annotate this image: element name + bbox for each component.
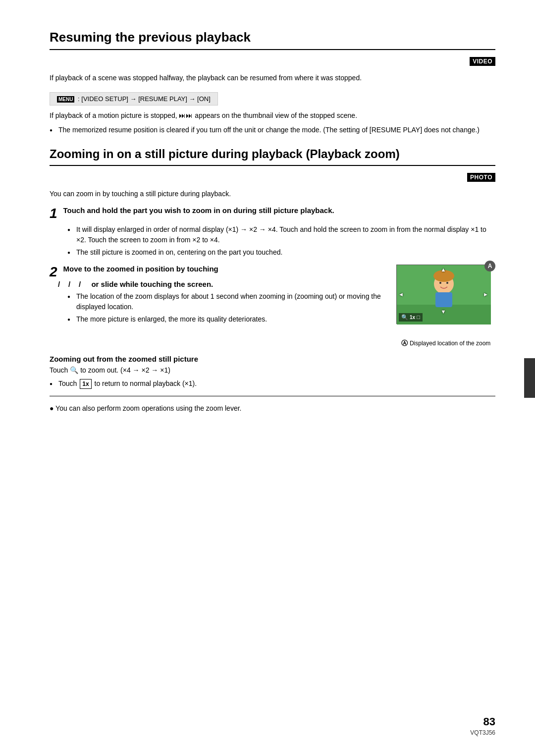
step2-image-area: ▲ ▼ ◄ ► 🔍 1x □ A	[396, 265, 495, 348]
step2-header-part2-rest: or slide while touching the screen.	[91, 280, 213, 288]
step2-header: 2 Move to the zoomed in position by touc…	[50, 265, 387, 288]
section2-badge-row: PHOTO	[50, 173, 495, 187]
one-x-badge: 1x	[79, 379, 94, 387]
section1-divider	[50, 49, 495, 50]
zoom-out-formula: to zoom out. (×4 → ×2 → ×1)	[80, 366, 170, 374]
zoom-image-wrapper: ▲ ▼ ◄ ► 🔍 1x □ A	[396, 265, 490, 324]
bottom-nav-arrow[interactable]: ▼	[441, 309, 446, 315]
section1-bullet-1: The memorized resume position is cleared…	[50, 125, 495, 135]
step2-bullets: The location of the zoom displays for ab…	[67, 291, 387, 324]
page-tab	[524, 358, 535, 398]
zoom-out-section: Zooming out from the zoomed still pictur…	[50, 355, 495, 389]
menu-instruction-text: : [VIDEO SETUP] → [RESUME PLAY] → [ON]	[78, 95, 211, 103]
zoom-out-icon[interactable]: 🔍	[401, 314, 408, 321]
displayed-location-text: Displayed location of the zoom	[410, 340, 490, 347]
page-number: 83	[470, 715, 495, 728]
step1-header-text: Touch and hold the part you wish to zoom…	[63, 206, 334, 215]
zoom-image: ▲ ▼ ◄ ► 🔍 1x □	[396, 265, 490, 324]
section-playback-zoom: Zooming in on a still picture during pla…	[50, 147, 495, 414]
step1-header: 1 Touch and hold the part you wish to zo…	[50, 206, 495, 221]
section2-divider	[50, 165, 495, 166]
step2-bullet-2: The more picture is enlarged, the more i…	[67, 314, 387, 324]
step1-block: 1 Touch and hold the part you wish to zo…	[50, 206, 495, 258]
zoom-out-icon-inline: 🔍	[70, 366, 80, 374]
doc-code: VQT3J56	[470, 729, 495, 736]
left-nav-arrow[interactable]: ◄	[398, 291, 404, 297]
section-resume-playback: Resuming the previous playback VIDEO If …	[50, 30, 495, 135]
step2-text-area: 2 Move to the zoomed in position by touc…	[50, 265, 387, 329]
menu-icon: MENU	[57, 96, 74, 103]
photo-badge: PHOTO	[467, 173, 495, 182]
right-nav-arrow[interactable]: ►	[483, 291, 488, 297]
zoom-end-icon[interactable]: □	[417, 314, 420, 320]
step1-bullet-2: The still picture is zoomed in on, cente…	[67, 247, 495, 258]
step1-bullets: It will display enlarged in order of nor…	[67, 224, 495, 258]
step1-number: 1	[50, 206, 57, 221]
video-badge: VIDEO	[470, 57, 495, 66]
page: Resuming the previous playback VIDEO If …	[0, 0, 535, 756]
svg-point-5	[439, 282, 441, 284]
svg-rect-4	[435, 292, 452, 307]
displayed-location-area: Ⓐ Displayed location of the zoom	[401, 339, 490, 348]
step1-bullet-1: It will display enlarged in order of nor…	[67, 224, 495, 245]
left-arrow-icon: ◄	[70, 282, 79, 288]
step2-row: 2 Move to the zoomed in position by touc…	[50, 265, 495, 348]
displayed-location-a: Ⓐ	[401, 339, 408, 347]
return-normal-text: to return to normal playback (×1).	[95, 379, 197, 387]
footer-note: ● You can also perform zoom operations u…	[50, 403, 495, 414]
zoom-return-line: Touch 1x to return to normal playback (×…	[50, 378, 495, 389]
right-arrow-icon: ►	[81, 282, 89, 288]
section1-bullets: The memorized resume position is cleared…	[50, 125, 495, 135]
section1-title: Resuming the previous playback	[50, 30, 495, 45]
zoom-out-bullets: Touch 1x to return to normal playback (×…	[50, 378, 495, 389]
step2-bullet-1: The location of the zoom displays for ab…	[67, 291, 387, 312]
zoom-out-title: Zooming out from the zoomed still pictur…	[50, 355, 495, 363]
step2-number: 2	[50, 264, 57, 279]
step2-header-text: Move to the zoomed in position by touchi…	[50, 265, 218, 288]
down-arrow-icon: ▼	[60, 282, 68, 288]
svg-point-6	[446, 282, 448, 284]
section1-stopped-text: If playback of a motion picture is stopp…	[50, 110, 495, 121]
section1-badge-row: VIDEO	[50, 57, 495, 71]
zoom-control-bar: 🔍 1x □	[399, 313, 423, 322]
label-a-badge: A	[484, 261, 495, 271]
step2-direction-icons: ▲/▼/◄/►	[50, 280, 91, 288]
touch-zoom-out-line: Touch 🔍 to zoom out. (×4 → ×2 → ×1)	[50, 365, 495, 376]
section2-title: Zooming in on a still picture during pla…	[50, 147, 495, 161]
zoom-level-label: 1x	[410, 315, 415, 320]
section2-intro: You can zoom in by touching a still pict…	[50, 189, 495, 199]
bottom-divider	[50, 396, 495, 396]
menu-instruction-box: MENU : [VIDEO SETUP] → [RESUME PLAY] → […	[50, 92, 218, 106]
section1-intro: If playback of a scene was stopped halfw…	[50, 73, 495, 83]
top-nav-arrow[interactable]: ▲	[441, 267, 446, 272]
page-number-area: 83 VQT3J56	[470, 715, 495, 736]
up-arrow-icon: ▲	[50, 282, 58, 288]
